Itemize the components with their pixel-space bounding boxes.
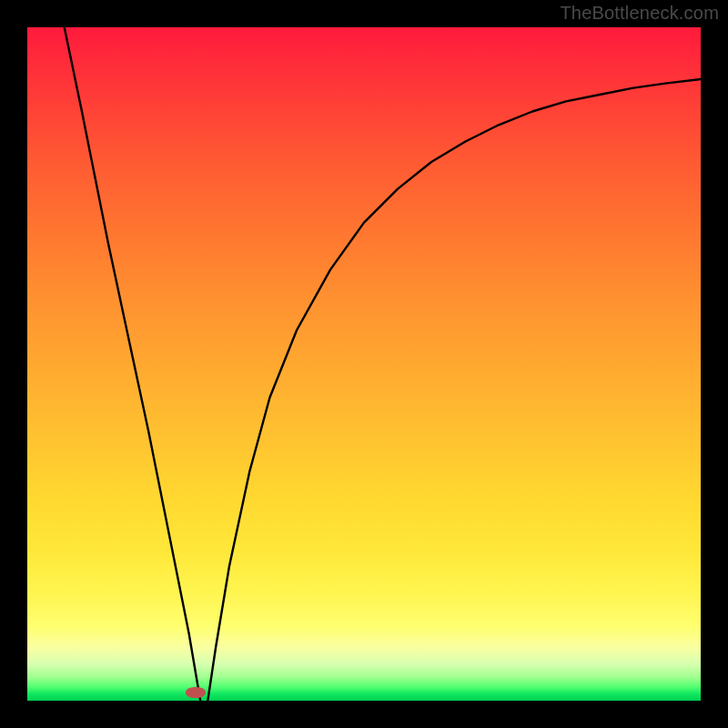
minimum-marker: [186, 687, 206, 698]
bottleneck-curve: [27, 27, 701, 701]
chart-frame: TheBottleneck.com: [0, 0, 728, 728]
curve-path: [65, 27, 701, 701]
watermark-text: TheBottleneck.com: [560, 3, 719, 24]
plot-area: [27, 27, 701, 701]
